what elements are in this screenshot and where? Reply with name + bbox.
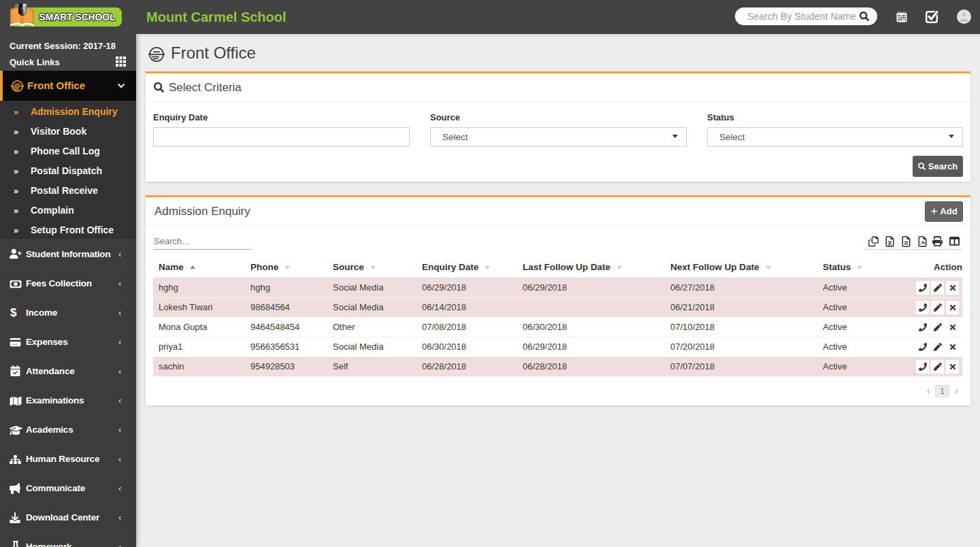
svg-text:SMART SCHOOL: SMART SCHOOL <box>39 11 116 22</box>
